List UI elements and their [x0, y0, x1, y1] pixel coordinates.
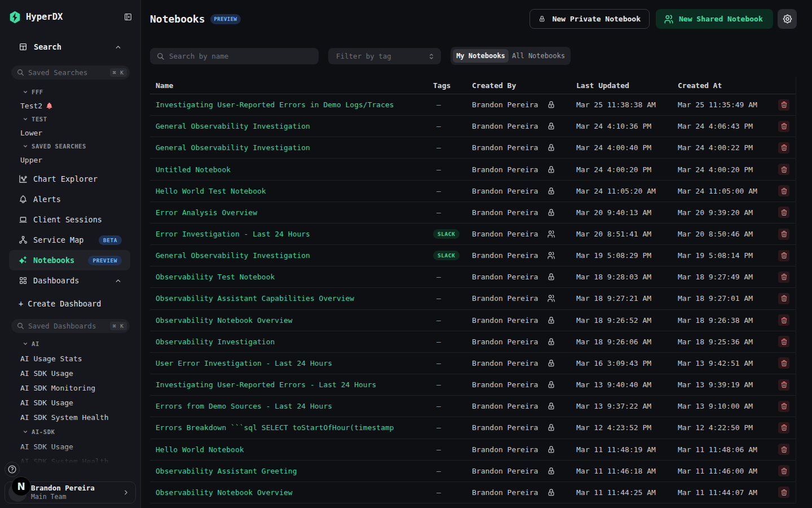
notebook-name[interactable]: Observability Test Notebook: [150, 273, 433, 281]
nextjs-dev-badge[interactable]: N: [12, 477, 30, 496]
tree-group-test[interactable]: TEST: [0, 112, 140, 126]
saved-searches-input[interactable]: Saved Searches ⌘ K: [11, 65, 130, 80]
delete-notebook-button[interactable]: [778, 293, 789, 304]
delete-notebook-button[interactable]: [778, 121, 789, 132]
notebook-row[interactable]: Observability Assistant Greeting — Brand…: [150, 461, 796, 482]
notebook-row[interactable]: Error Analysis Overview — Brandon Pereir…: [150, 202, 796, 224]
search-by-name-input[interactable]: Search by name: [150, 48, 319, 64]
tree-group-saved-searches[interactable]: SAVED SEARCHES: [0, 139, 140, 153]
notebook-name[interactable]: Untitled Notebook: [150, 165, 433, 174]
tree-group-ai[interactable]: AI: [0, 336, 140, 351]
notebook-row[interactable]: General Observability Investigation SLAC…: [150, 245, 796, 266]
notebook-row[interactable]: Observability Assistant Capabilities Ove…: [150, 288, 796, 309]
saved-search-lower[interactable]: Lower: [0, 126, 140, 139]
dashboard-item[interactable]: AI SDK System Health: [0, 410, 140, 424]
tab-my-notebooks[interactable]: My Notebooks: [453, 49, 509, 63]
dashboard-item[interactable]: AI SDK Monitoring: [0, 380, 140, 395]
notebook-name[interactable]: User Error Investigation - Last 24 Hours: [150, 359, 433, 367]
create-dashboard-button[interactable]: + Create Dashboard: [19, 297, 101, 310]
notebook-row[interactable]: Investigating User-Reported Errors - Las…: [150, 374, 796, 396]
delete-notebook-button[interactable]: [778, 229, 789, 240]
delete-notebook-button[interactable]: [778, 314, 789, 326]
notebook-name[interactable]: Hello World Test Notebook: [150, 187, 433, 195]
dashboard-item[interactable]: AI SDK Usage: [0, 395, 140, 410]
chevron-up-icon[interactable]: [114, 277, 122, 284]
dashboard-item[interactable]: AI Usage Stats: [0, 351, 140, 366]
notebook-name[interactable]: Observability Investigation: [150, 338, 433, 346]
sidebar-item-notebooks[interactable]: Notebooks PREVIEW: [9, 250, 130, 270]
delete-notebook-button[interactable]: [778, 357, 789, 369]
notebook-row[interactable]: User Error Investigation - Last 24 Hours…: [150, 353, 796, 374]
sidebar-collapse-button[interactable]: [123, 12, 133, 21]
search-group-label: Search: [34, 42, 61, 51]
notebook-last-updated: Mar 12 4:23:52 PM: [576, 423, 678, 432]
notebook-row[interactable]: General Observability Investigation — Br…: [150, 137, 796, 159]
notebook-row[interactable]: Observability Notebook Overview — Brando…: [150, 310, 796, 331]
dashboard-item[interactable]: AI SDK System Health: [0, 454, 140, 468]
saved-search-upper[interactable]: Upper: [0, 153, 140, 167]
notebook-name[interactable]: Observability Notebook Overview: [150, 316, 433, 325]
delete-notebook-button[interactable]: [778, 164, 789, 175]
sidebar-group-search[interactable]: Search: [19, 42, 122, 52]
delete-notebook-button[interactable]: [778, 487, 789, 498]
notebook-row[interactable]: General Observability Investigation — Br…: [150, 116, 796, 137]
notebook-tags: —: [433, 316, 472, 325]
notebook-row[interactable]: Hello World Notebook — Brandon Pereira M…: [150, 439, 796, 461]
notebook-row[interactable]: Errors Breakdown ```sql SELECT toStartOf…: [150, 417, 796, 439]
tab-all-notebooks[interactable]: All Notebooks: [509, 49, 568, 63]
tree-group-fff[interactable]: FFF: [0, 85, 140, 99]
delete-notebook-button[interactable]: [778, 185, 789, 196]
sidebar-item-chart-explorer[interactable]: Chart Explorer: [9, 169, 130, 189]
delete-notebook-button[interactable]: [778, 465, 789, 476]
notebook-name[interactable]: Observability Assistant Greeting: [150, 467, 433, 475]
notebook-name[interactable]: Investigating User-Reported Errors in De…: [150, 100, 433, 109]
notebook-row[interactable]: Error Investigation - Last 24 Hours SLAC…: [150, 224, 796, 245]
notebook-name[interactable]: Errors from Demo Sources - Last 24 Hours: [150, 402, 433, 410]
notebook-name[interactable]: Observability Assistant Capabilities Ove…: [150, 294, 433, 303]
delete-notebook-button[interactable]: [778, 271, 789, 283]
notebook-name[interactable]: General Observability Investigation: [150, 251, 433, 260]
notebook-row[interactable]: Errors from Demo Sources - Last 24 Hours…: [150, 396, 796, 417]
notebook-name[interactable]: Error Analysis Overview: [150, 208, 433, 217]
sidebar-item-service-map[interactable]: Service Map BETA: [9, 230, 130, 250]
notebook-name[interactable]: Investigating User-Reported Errors - Las…: [150, 380, 433, 389]
notebook-row[interactable]: Observability Notebook Overview — Brando…: [150, 482, 796, 503]
dashboard-item[interactable]: AI SDK Usage: [0, 366, 140, 380]
delete-notebook-button[interactable]: [778, 142, 789, 154]
notebook-row[interactable]: Observability Investigation — Brandon Pe…: [150, 331, 796, 353]
delete-notebook-button[interactable]: [778, 422, 789, 433]
sidebar-item-client-sessions[interactable]: Client Sessions: [9, 209, 130, 230]
notebook-name[interactable]: Hello World Notebook: [150, 445, 433, 454]
trash-icon: [780, 295, 788, 302]
saved-search-test2[interactable]: Test2: [0, 99, 140, 112]
delete-notebook-button[interactable]: [778, 99, 789, 111]
delete-notebook-button[interactable]: [778, 401, 789, 412]
notebook-row[interactable]: Observability Test Notebook — Brandon Pe…: [150, 266, 796, 288]
notebook-row[interactable]: Investigating User-Reported Errors in De…: [150, 94, 796, 116]
notebook-name[interactable]: Error Investigation - Last 24 Hours: [150, 230, 433, 238]
saved-dashboards-input[interactable]: Saved Dashboards ⌘ K: [11, 319, 130, 333]
new-shared-notebook-button[interactable]: New Shared Notebook: [656, 9, 773, 29]
help-button[interactable]: [5, 462, 20, 477]
sidebar-item-dashboards[interactable]: Dashboards: [9, 270, 130, 291]
tree-group-ai-sdk[interactable]: AI-SDK: [0, 424, 140, 439]
delete-notebook-button[interactable]: [778, 379, 789, 391]
new-private-notebook-button[interactable]: New Private Notebook: [529, 9, 650, 29]
notebook-name[interactable]: General Observability Investigation: [150, 122, 433, 130]
lock-icon: [547, 316, 555, 325]
notebook-row[interactable]: Hello World Test Notebook — Brandon Pere…: [150, 181, 796, 202]
delete-notebook-button[interactable]: [778, 444, 789, 455]
notebook-row[interactable]: Untitled Notebook — Brandon Pereira Mar …: [150, 159, 796, 180]
delete-notebook-button[interactable]: [778, 250, 789, 261]
delete-notebook-button[interactable]: [778, 336, 789, 347]
settings-button[interactable]: [778, 9, 797, 29]
filter-by-tag-select[interactable]: Filter by tag: [328, 48, 441, 64]
chevron-up-icon[interactable]: [114, 43, 122, 51]
delete-notebook-button[interactable]: [778, 207, 789, 218]
notebook-name[interactable]: General Observability Investigation: [150, 143, 433, 152]
sidebar-item-alerts[interactable]: Alerts: [9, 189, 130, 209]
dashboard-item[interactable]: AI SDK Usage: [0, 439, 140, 454]
notebook-name[interactable]: Errors Breakdown ```sql SELECT toStartOf…: [150, 423, 433, 432]
notebook-name[interactable]: Observability Notebook Overview: [150, 488, 433, 497]
search-icon: [157, 52, 165, 60]
